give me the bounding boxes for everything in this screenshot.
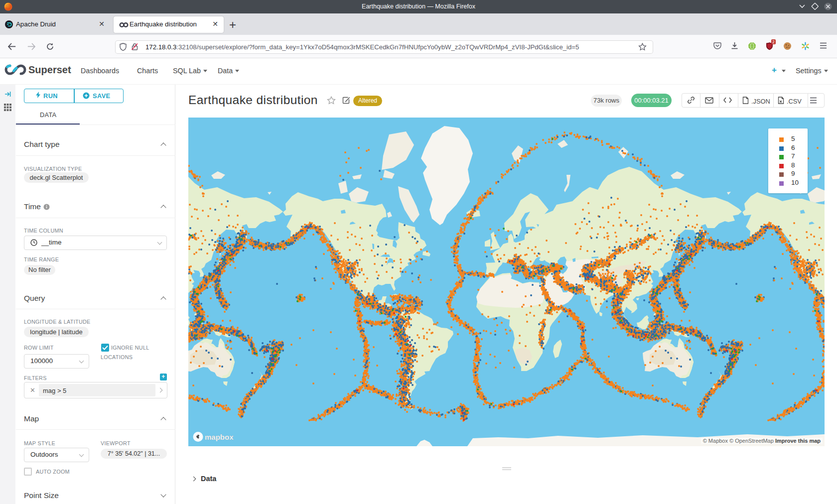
svg-text:mapbox: mapbox [205, 433, 234, 441]
